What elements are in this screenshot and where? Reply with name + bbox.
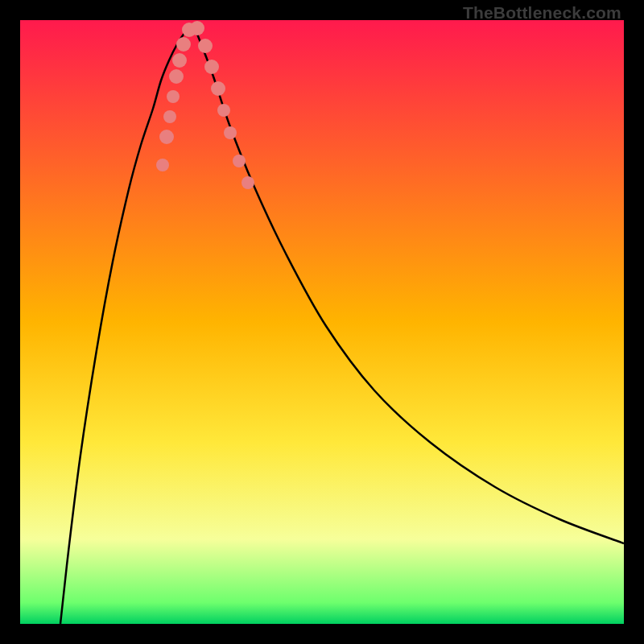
chart-frame: TheBottleneck.com xyxy=(0,0,644,644)
data-marker xyxy=(176,37,191,52)
data-marker xyxy=(190,21,204,35)
data-marker xyxy=(242,176,254,189)
plot-area xyxy=(20,20,624,624)
data-marker xyxy=(217,104,230,117)
data-marker xyxy=(156,159,169,171)
data-marker xyxy=(233,155,246,167)
data-marker xyxy=(167,90,180,103)
data-marker xyxy=(172,53,187,68)
curve-right xyxy=(193,24,624,543)
data-marker xyxy=(211,81,225,96)
data-marker xyxy=(159,130,174,144)
data-marker xyxy=(198,39,213,53)
data-marker xyxy=(169,69,184,84)
data-marker xyxy=(204,60,219,74)
marker-layer xyxy=(156,21,254,189)
data-marker xyxy=(163,110,176,123)
data-marker xyxy=(224,126,237,139)
watermark-text: TheBottleneck.com xyxy=(463,3,621,23)
curve-layer xyxy=(20,20,624,624)
